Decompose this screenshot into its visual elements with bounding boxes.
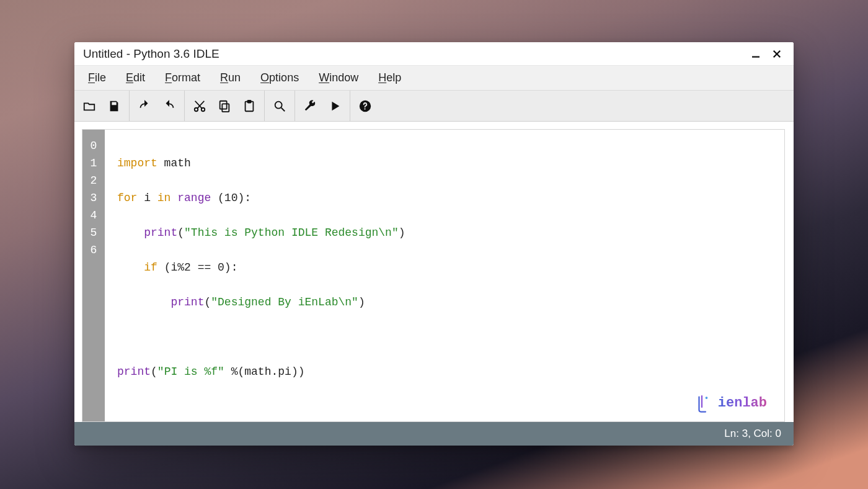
svg-point-9 (275, 101, 282, 108)
line-number: 6 (82, 241, 105, 259)
watermark-text: ienlab (718, 395, 767, 412)
help-icon (358, 99, 372, 113)
redo-button[interactable] (157, 94, 182, 119)
code-line: import math (117, 155, 784, 172)
cursor-position: Ln: 3, Col: 0 (724, 428, 781, 440)
cut-button[interactable] (187, 94, 212, 119)
line-number: 4 (82, 207, 105, 224)
redo-icon (162, 99, 176, 113)
menu-file[interactable]: File (78, 68, 116, 88)
tool-group-file (74, 91, 130, 121)
tool-group-clipboard (185, 91, 265, 121)
line-number: 2 (82, 172, 105, 189)
svg-point-12 (364, 108, 365, 109)
svg-rect-5 (222, 104, 229, 112)
title-bar[interactable]: Untitled - Python 3.6 IDLE (74, 42, 794, 66)
play-icon (328, 99, 342, 113)
toolbar (74, 91, 794, 122)
window-title: Untitled - Python 3.6 IDLE (83, 47, 745, 61)
tool-group-help (350, 91, 380, 121)
svg-rect-6 (220, 101, 227, 109)
line-number: 0 (82, 137, 105, 155)
undo-icon (138, 99, 151, 113)
svg-line-10 (281, 107, 285, 111)
close-icon (771, 48, 782, 60)
search-icon (273, 99, 286, 113)
code-line: for i in range (10): (117, 189, 784, 207)
paste-button[interactable] (237, 94, 262, 119)
line-gutter: 0 1 2 3 4 5 6 (82, 130, 105, 421)
code-line: if (i%2 == 0): (117, 259, 784, 276)
menu-options[interactable]: Options (250, 68, 309, 88)
status-bar: Ln: 3, Col: 0 (74, 422, 794, 446)
svg-rect-8 (247, 100, 251, 102)
menu-edit[interactable]: Edit (116, 68, 155, 88)
copy-icon (218, 99, 231, 113)
code-editor[interactable]: 0 1 2 3 4 5 6 import math for i in range… (82, 129, 785, 422)
help-button[interactable] (353, 94, 378, 119)
code-area[interactable]: import math for i in range (10): print("… (105, 130, 784, 421)
run-button[interactable] (322, 94, 347, 119)
tool-group-search (265, 91, 295, 121)
code-line: print("PI is %f" %(math.pi)) (117, 363, 784, 380)
editor-container: 0 1 2 3 4 5 6 import math for i in range… (74, 122, 794, 422)
tool-group-undo (130, 91, 185, 121)
code-line: print("This is Python IDLE Redesign\n") (117, 224, 784, 241)
line-number: 5 (82, 224, 105, 241)
app-window: Untitled - Python 3.6 IDLE File Edit For… (74, 42, 794, 446)
code-line (117, 328, 784, 346)
save-button[interactable] (102, 94, 126, 119)
cut-icon (193, 99, 206, 113)
minimize-button[interactable] (745, 45, 766, 63)
menu-format[interactable]: Format (155, 68, 210, 88)
tool-group-run (295, 91, 350, 121)
paste-icon (242, 99, 256, 113)
line-number: 3 (82, 189, 105, 207)
menu-window[interactable]: Window (309, 68, 368, 88)
folder-open-icon (82, 99, 96, 113)
menu-run[interactable]: Run (210, 68, 250, 88)
svg-point-13 (705, 397, 707, 399)
wrench-icon (303, 99, 317, 113)
minimize-icon (750, 48, 761, 60)
save-icon (107, 99, 121, 113)
menu-bar: File Edit Format Run Options Window Help (74, 66, 794, 91)
ienlab-logo-icon (694, 394, 713, 413)
search-button[interactable] (267, 94, 292, 119)
undo-button[interactable] (132, 94, 157, 119)
copy-button[interactable] (212, 94, 237, 119)
code-line: print("Designed By iEnLab\n") (117, 294, 784, 311)
open-button[interactable] (77, 94, 102, 119)
settings-button[interactable] (298, 94, 322, 119)
line-number: 1 (82, 155, 105, 172)
menu-help[interactable]: Help (368, 68, 411, 88)
watermark-logo: ienlab (694, 394, 767, 413)
close-button[interactable] (766, 45, 787, 63)
